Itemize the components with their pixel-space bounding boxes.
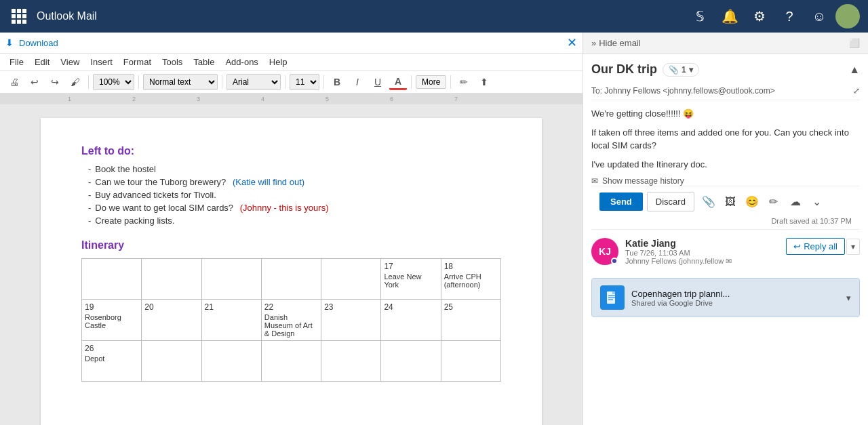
menu-format[interactable]: Format xyxy=(119,55,155,69)
cal-cell-r3c4 xyxy=(261,341,321,382)
todo-item-2: Can we tour the Tuborg brewery? (Katie w… xyxy=(88,177,501,187)
maximize-icon[interactable]: ⬜ xyxy=(849,38,860,48)
undo-button[interactable]: ↩ xyxy=(26,74,43,90)
envelope-icon: ✉ xyxy=(591,176,598,186)
skype-icon[interactable]: 𝕊 xyxy=(686,3,713,30)
attachment-chevron-icon xyxy=(846,293,851,303)
zoom-select[interactable]: 100% xyxy=(93,74,134,90)
user-avatar[interactable] xyxy=(835,4,860,28)
day-24: 24 xyxy=(384,302,437,312)
menu-tools[interactable]: Tools xyxy=(158,55,186,69)
download-button[interactable]: Download xyxy=(19,38,58,48)
day-25: 25 xyxy=(444,302,498,312)
menu-edit[interactable]: Edit xyxy=(31,55,54,69)
emoji-icon[interactable]: ☺ xyxy=(806,3,833,30)
separator6 xyxy=(411,75,412,89)
italic-button[interactable]: I xyxy=(349,74,366,90)
section2-title: Itinerary xyxy=(81,239,501,251)
gear-icon[interactable]: ⚙ xyxy=(746,3,773,30)
help-icon[interactable]: ? xyxy=(776,3,803,30)
bell-icon[interactable]: 🔔 xyxy=(716,3,743,30)
attach-file-button[interactable]: 📎 xyxy=(698,193,719,211)
email-to-line: To: Johnny Fellows <johnny.fellows@outlo… xyxy=(591,82,860,100)
send-button[interactable]: Send xyxy=(599,193,643,211)
todo-text-1: Book the hostel xyxy=(95,164,156,174)
todo-text-4: Do we want to get local SIM cards? xyxy=(95,203,235,213)
draft-saved: Draft saved at 10:37 PM xyxy=(591,217,860,229)
hide-email-label: Hide email xyxy=(599,38,849,48)
style-select[interactable]: Normal text xyxy=(143,74,218,90)
event-22: Danish Museum of Art & Design xyxy=(264,313,318,338)
cal-cell-r2c2: 20 xyxy=(142,300,201,341)
collapse-email-icon[interactable]: ▲ xyxy=(849,64,860,76)
reply-all-button[interactable]: ↩ Reply all xyxy=(786,238,845,255)
menu-file[interactable]: File xyxy=(5,55,28,69)
expand-to-button[interactable]: ⤢ xyxy=(853,86,860,96)
size-select[interactable]: 11 xyxy=(290,74,319,90)
sender-to: Johnny Fellows (johnny.fellow ✉ xyxy=(625,257,779,266)
menu-view[interactable]: View xyxy=(56,55,83,69)
menu-help[interactable]: Help xyxy=(265,55,292,69)
print-button[interactable]: 🖨 xyxy=(5,74,23,90)
doc-content: Left to do: Book the hostel Can we tour … xyxy=(0,104,583,425)
pen-button[interactable]: ✏ xyxy=(455,74,473,90)
sender-name: Katie Jiang xyxy=(625,238,779,249)
reply-dropdown-button[interactable] xyxy=(846,239,860,255)
attach-count: 1 xyxy=(682,65,686,75)
waffle-icon[interactable] xyxy=(8,5,30,27)
separator5 xyxy=(323,75,324,89)
day-18: 18 xyxy=(444,262,498,271)
cal-cell-r1c4 xyxy=(261,259,321,300)
separator1 xyxy=(88,75,89,89)
font-select[interactable]: Arial xyxy=(226,74,281,90)
event-17: Leave New York xyxy=(384,272,437,289)
attachment-dropdown-button[interactable] xyxy=(846,293,851,303)
font-color-button[interactable]: A xyxy=(389,74,407,90)
insert-emoji-button[interactable]: 😊 xyxy=(742,193,762,211)
menu-addons[interactable]: Add-ons xyxy=(221,55,262,69)
email-body: We're getting close!!!!!! 😝 If taken off… xyxy=(591,107,860,171)
cal-cell-r2c4: 22 Danish Museum of Art & Design xyxy=(261,300,321,341)
day-20: 20 xyxy=(144,302,198,312)
day-19: 19 xyxy=(85,302,138,312)
email-sender-block: KJ Katie Jiang Tue 7/26, 11:03 AM Johnny… xyxy=(591,229,860,271)
bold-button[interactable]: B xyxy=(328,74,346,90)
paint-format-button[interactable]: 🖌 xyxy=(66,74,84,90)
todo-item-5: Create packing lists. xyxy=(88,216,501,226)
cal-cell-r1c3 xyxy=(201,259,261,300)
cal-cell-r3c5 xyxy=(321,341,381,382)
svg-rect-1 xyxy=(612,291,615,294)
more-compose-button[interactable]: ⌄ xyxy=(807,193,827,211)
email-subject-row: Our DK trip 📎 1 ▲ xyxy=(591,62,860,77)
paperclip-icon: 📎 xyxy=(669,65,679,75)
doc-toolbar: 🖨 ↩ ↪ 🖌 100% Normal text Arial 11 B I U xyxy=(0,71,583,94)
discard-button[interactable]: Discard xyxy=(647,192,694,211)
collapse-toolbar-button[interactable]: ⬆ xyxy=(475,74,493,90)
redo-button[interactable]: ↪ xyxy=(46,74,64,90)
attach-dropdown-icon[interactable] xyxy=(689,65,693,75)
attach-badge: 📎 1 xyxy=(663,63,699,77)
cal-cell-r2c7: 25 xyxy=(441,300,500,341)
day-22: 22 xyxy=(264,302,318,312)
reply-icon: ↩ xyxy=(793,241,801,251)
attachment-card[interactable]: Copenhagen trip planni... Shared via Goo… xyxy=(591,278,860,317)
email-to-text: To: Johnny Fellows <johnny.fellows@outlo… xyxy=(591,86,775,96)
more-button[interactable]: More xyxy=(416,75,446,89)
close-doc-button[interactable]: ✕ xyxy=(567,35,577,50)
draw-button[interactable]: ✏ xyxy=(764,193,784,211)
email-panel-header[interactable]: » Hide email ⬜ xyxy=(583,33,868,54)
online-indicator xyxy=(611,258,618,264)
menu-table[interactable]: Table xyxy=(189,55,218,69)
insert-image-button[interactable]: 🖼 xyxy=(720,193,741,211)
menu-insert[interactable]: Insert xyxy=(86,55,117,69)
cal-row-3: 26 Depot xyxy=(82,341,501,382)
cal-row-2: 19 Rosenborg Castle 20 21 22 D xyxy=(82,300,501,341)
todo-link-2: (Katie will find out) xyxy=(233,177,304,187)
separator3 xyxy=(222,75,222,89)
reply-chevron-icon xyxy=(851,242,855,251)
cloud-button[interactable]: ☁ xyxy=(785,193,806,211)
show-history-button[interactable]: ✉ Show message history xyxy=(591,176,860,186)
sender-info: Katie Jiang Tue 7/26, 11:03 AM Johnny Fe… xyxy=(625,238,779,266)
underline-button[interactable]: U xyxy=(369,74,387,90)
top-nav-icons: 𝕊 🔔 ⚙ ? ☺ xyxy=(686,3,860,30)
